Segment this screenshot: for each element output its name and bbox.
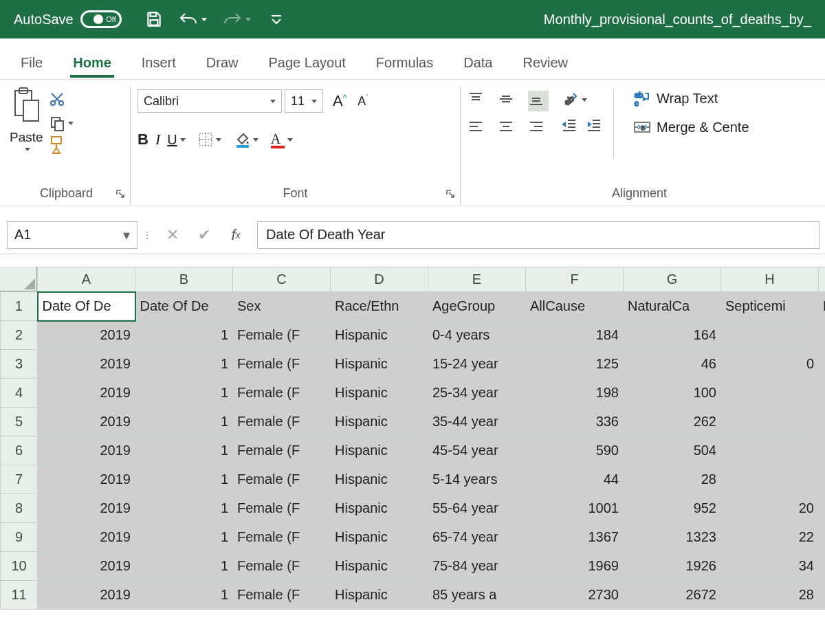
cell[interactable]: Female (F — [233, 436, 331, 465]
cell[interactable]: 1 — [135, 552, 233, 581]
tab-page-layout[interactable]: Page Layout — [256, 47, 358, 79]
cell[interactable]: Hispanic — [331, 436, 428, 465]
chevron-down-icon[interactable] — [25, 148, 30, 151]
cell[interactable]: 46 — [624, 350, 721, 379]
cell[interactable]: Female (F — [233, 581, 331, 610]
cell[interactable]: 85 years a — [428, 581, 526, 610]
align-middle-icon[interactable] — [498, 91, 518, 111]
align-top-icon[interactable] — [468, 91, 488, 111]
increase-font-icon[interactable]: A^ — [333, 92, 346, 110]
cell[interactable]: Date Of De — [135, 292, 233, 321]
cell[interactable]: 504 — [624, 436, 721, 465]
cell[interactable]: Hispanic — [331, 321, 428, 350]
cell[interactable] — [721, 408, 819, 436]
row-header[interactable]: 2 — [1, 321, 38, 350]
cell[interactable]: 1 — [135, 350, 233, 379]
cell[interactable]: 5-14 years — [428, 465, 526, 494]
column-header[interactable]: H — [721, 267, 819, 292]
cell[interactable] — [721, 436, 819, 465]
column-header[interactable]: C — [233, 267, 331, 292]
column-header[interactable]: B — [135, 267, 233, 292]
tab-formulas[interactable]: Formulas — [364, 47, 446, 79]
fill-color-button[interactable] — [234, 131, 258, 148]
spreadsheet-grid[interactable]: ABCDEFGH 1Date Of DeDate Of DeSexRace/Et… — [0, 267, 825, 610]
cell[interactable]: Septicemi — [721, 292, 819, 321]
tab-insert[interactable]: Insert — [129, 47, 188, 79]
wrap-text-button[interactable]: abc Wrap Text — [633, 89, 749, 107]
cell[interactable]: Hispanic — [331, 379, 428, 408]
dialog-launcher-icon[interactable] — [115, 188, 127, 201]
merge-center-button[interactable]: a Merge & Cente — [633, 118, 749, 136]
column-header[interactable] — [819, 267, 826, 292]
row-header[interactable]: 3 — [1, 350, 38, 379]
row-header[interactable]: 10 — [1, 552, 38, 581]
row-header[interactable]: 8 — [1, 494, 38, 523]
cell[interactable] — [819, 321, 826, 350]
cell[interactable]: 184 — [526, 321, 624, 350]
tab-draw[interactable]: Draw — [194, 47, 251, 79]
cell[interactable]: 125 — [526, 350, 624, 379]
cell[interactable] — [819, 552, 826, 581]
cell[interactable]: Female (F — [233, 408, 331, 436]
cell[interactable]: 65-74 year — [428, 523, 526, 552]
cell[interactable]: 1323 — [624, 523, 721, 552]
cell[interactable]: 262 — [624, 408, 721, 436]
cell[interactable]: Race/Ethn — [331, 292, 428, 321]
cell[interactable]: 336 — [526, 408, 624, 436]
cell[interactable]: Female (F — [233, 494, 331, 523]
cell[interactable]: 1 — [135, 379, 233, 408]
cell[interactable]: Female (F — [233, 465, 331, 494]
decrease-indent-icon[interactable] — [561, 117, 578, 137]
cell[interactable]: 2019 — [38, 465, 135, 494]
cell[interactable]: 28 — [721, 581, 819, 610]
cell[interactable]: 1 — [135, 581, 233, 610]
cancel-formula-button[interactable]: ✕ — [157, 226, 188, 244]
cell[interactable]: 15-24 year — [428, 350, 526, 379]
cell[interactable]: 0-4 years — [428, 321, 526, 350]
toggle-switch[interactable]: Off — [80, 10, 122, 28]
cell[interactable]: NaturalCa — [624, 292, 721, 321]
cell[interactable]: 2019 — [38, 494, 135, 523]
cell[interactable]: Hispanic — [331, 408, 428, 436]
cell[interactable] — [819, 350, 826, 379]
decrease-font-icon[interactable]: Aˇ — [358, 93, 368, 109]
copy-icon[interactable] — [49, 115, 74, 131]
row-header[interactable]: 4 — [1, 379, 38, 408]
cell[interactable]: Female (F — [233, 523, 331, 552]
save-icon[interactable] — [145, 10, 163, 28]
cell[interactable]: AgeGroup — [428, 292, 526, 321]
borders-button[interactable] — [198, 132, 221, 147]
increase-indent-icon[interactable] — [586, 117, 602, 137]
chevron-down-icon[interactable]: ▾ — [123, 227, 130, 243]
cell[interactable]: 2019 — [38, 379, 135, 408]
align-bottom-icon[interactable] — [528, 91, 549, 111]
cell[interactable]: 1001 — [526, 494, 624, 523]
tab-file[interactable]: File — [8, 47, 55, 79]
italic-button[interactable]: I — [155, 131, 160, 148]
underline-button[interactable]: U — [167, 132, 185, 148]
format-painter-icon[interactable] — [49, 135, 74, 158]
column-header[interactable]: G — [624, 267, 721, 292]
orientation-button[interactable]: ab — [561, 91, 602, 109]
cell[interactable]: 1 — [135, 321, 233, 350]
cell[interactable]: 1 — [135, 494, 233, 523]
cell[interactable]: 20 — [721, 494, 819, 523]
cell[interactable]: 2019 — [38, 581, 135, 610]
cell[interactable]: 1969 — [526, 552, 624, 581]
align-center-icon[interactable] — [498, 118, 518, 139]
cell[interactable]: 2019 — [38, 408, 135, 436]
row-header[interactable]: 9 — [1, 523, 38, 552]
cell[interactable]: 55-64 year — [428, 494, 526, 523]
cell[interactable]: 2019 — [38, 321, 135, 350]
column-header[interactable]: D — [331, 267, 428, 292]
cell[interactable]: 2019 — [38, 350, 135, 379]
dialog-launcher-icon[interactable] — [445, 188, 457, 201]
cell[interactable]: Date Of De — [38, 292, 135, 321]
formula-input[interactable]: Date Of Death Year — [257, 221, 820, 249]
cell[interactable]: Hispanic — [331, 581, 428, 610]
cell[interactable]: 34 — [721, 552, 819, 581]
redo-button[interactable] — [222, 11, 251, 27]
name-box[interactable]: A1 ▾ — [7, 221, 138, 249]
cell[interactable]: Female (F — [233, 350, 331, 379]
cell[interactable]: 164 — [624, 321, 721, 350]
